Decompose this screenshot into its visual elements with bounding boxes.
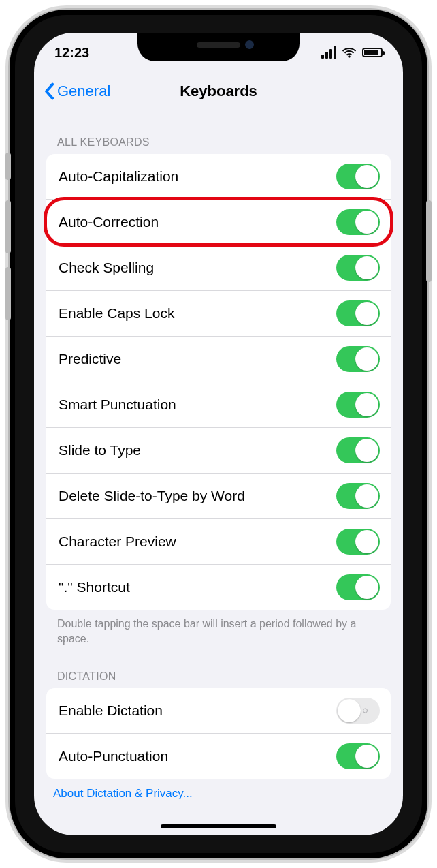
toggle-delete-slide-to-type-by-word[interactable] xyxy=(336,483,380,509)
section-header-all-keyboards: ALL KEYBOARDS xyxy=(34,116,403,154)
allkb-row-slide-to-type: Slide to Type xyxy=(46,427,391,473)
battery-icon xyxy=(362,48,383,57)
status-time: 12:23 xyxy=(54,45,89,61)
dictation-row-enable-dictation: Enable Dictation xyxy=(46,688,391,733)
allkb-row-predictive: Predictive xyxy=(46,336,391,382)
toggle-shortcut[interactable] xyxy=(336,574,380,600)
group-dictation: Enable DictationAuto-Punctuation xyxy=(46,688,391,779)
toggle-check-spelling[interactable] xyxy=(336,255,380,281)
setting-label: Auto-Correction xyxy=(59,214,159,230)
toggle-auto-punctuation[interactable] xyxy=(336,743,380,769)
setting-label: Check Spelling xyxy=(59,260,154,276)
allkb-row-delete-slide-to-type-by-word: Delete Slide-to-Type by Word xyxy=(46,473,391,518)
page-title: Keyboards xyxy=(180,82,257,100)
content-scroll[interactable]: ALL KEYBOARDS Auto-CapitalizationAuto-Co… xyxy=(34,110,403,801)
toggle-smart-punctuation[interactable] xyxy=(336,392,380,418)
back-button[interactable]: General xyxy=(44,82,110,100)
allkb-row-auto-correction: Auto-Correction xyxy=(46,199,391,245)
toggle-enable-caps-lock[interactable] xyxy=(336,300,380,326)
toggle-slide-to-type[interactable] xyxy=(336,437,380,463)
notch xyxy=(137,33,300,61)
setting-label: Auto-Capitalization xyxy=(59,168,178,185)
wifi-icon xyxy=(342,45,357,60)
setting-label: Slide to Type xyxy=(59,442,141,459)
device-power-button xyxy=(426,200,432,282)
dictation-row-auto-punctuation: Auto-Punctuation xyxy=(46,733,391,779)
setting-label: Smart Punctuation xyxy=(59,397,176,413)
setting-label: Enable Caps Lock xyxy=(59,305,174,322)
allkb-row-check-spelling: Check Spelling xyxy=(46,245,391,290)
toggle-enable-dictation[interactable] xyxy=(336,698,380,724)
setting-label: Predictive xyxy=(59,351,121,367)
device-volume-up xyxy=(5,200,11,253)
toggle-auto-capitalization[interactable] xyxy=(336,164,380,189)
chevron-left-icon xyxy=(44,82,54,100)
screen: 12:23 General Keyboards xyxy=(34,33,403,835)
about-dictation-privacy-link[interactable]: About Dictation & Privacy... xyxy=(53,787,193,800)
setting-label: Character Preview xyxy=(59,533,176,550)
setting-label: Delete Slide-to-Type by Word xyxy=(59,488,245,504)
toggle-character-preview[interactable] xyxy=(336,529,380,555)
allkb-row-smart-punctuation: Smart Punctuation xyxy=(46,382,391,427)
setting-label: Auto-Punctuation xyxy=(59,748,168,764)
device-volume-down xyxy=(5,267,11,320)
allkb-row-auto-capitalization: Auto-Capitalization xyxy=(46,154,391,199)
allkb-row-shortcut: "." Shortcut xyxy=(46,564,391,610)
device-mute-switch xyxy=(5,153,11,180)
nav-bar: General Keyboards xyxy=(34,72,403,110)
group-all-keyboards: Auto-CapitalizationAuto-CorrectionCheck … xyxy=(46,154,391,610)
allkb-row-enable-caps-lock: Enable Caps Lock xyxy=(46,290,391,336)
section-header-dictation: DICTATION xyxy=(34,650,403,688)
setting-label: "." Shortcut xyxy=(59,579,130,595)
back-label: General xyxy=(57,82,110,100)
toggle-auto-correction[interactable] xyxy=(336,209,380,235)
home-indicator xyxy=(161,824,276,828)
toggle-predictive[interactable] xyxy=(336,346,380,372)
cellular-icon xyxy=(321,46,336,59)
phone-chassis: 12:23 General Keyboards xyxy=(10,10,427,858)
setting-label: Enable Dictation xyxy=(59,702,163,719)
allkb-row-character-preview: Character Preview xyxy=(46,518,391,564)
footnote-all-keyboards: Double tapping the space bar will insert… xyxy=(34,610,403,650)
